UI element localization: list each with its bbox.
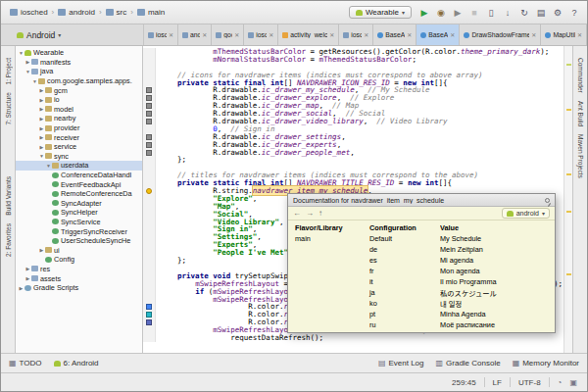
debug-button[interactable]: ◉ bbox=[434, 6, 448, 20]
line-separator-indicator[interactable]: LF bbox=[493, 378, 502, 387]
code-line[interactable]: requestDataRefresh(); bbox=[143, 334, 564, 342]
tree-item-triggersyncreceiver[interactable]: TriggerSyncReceiver bbox=[16, 226, 142, 236]
build-button[interactable]: ▤ bbox=[534, 6, 548, 20]
forward-icon[interactable]: → bbox=[306, 209, 314, 218]
tree-item-ui[interactable]: ▶ui bbox=[16, 245, 142, 255]
editor-tab-android[interactable]: android✕ bbox=[178, 24, 212, 45]
tree-item-userschedulesynche[interactable]: UserScheduleSyncHe bbox=[16, 236, 142, 246]
tool-button-ant-build[interactable]: Ant Build bbox=[577, 101, 584, 126]
chevron-down-icon[interactable]: ▼ bbox=[31, 78, 38, 84]
chevron-right-icon[interactable]: ▶ bbox=[24, 59, 31, 65]
tree-item-userdata[interactable]: ▼userdata bbox=[16, 161, 142, 171]
chevron-down-icon[interactable]: ▼ bbox=[24, 69, 31, 74]
tool-button-7-structure[interactable]: 7: Structure bbox=[5, 92, 12, 125]
editor-tab-drawshadowframelayout-java[interactable]: DrawShadowFrameLayout.java✕ bbox=[460, 24, 541, 45]
breadcrumb-item-src[interactable]: src bbox=[103, 7, 130, 18]
editor-tab-activity-welcome-xml[interactable]: activity_welcome.xml✕ bbox=[278, 24, 339, 45]
stripe-mark[interactable] bbox=[566, 273, 571, 275]
editor-tab-iosched[interactable]: iosched✕ bbox=[244, 24, 278, 45]
chevron-right-icon[interactable]: ▶ bbox=[38, 87, 45, 93]
doc-table-row[interactable]: frMon agenda bbox=[288, 266, 555, 276]
sdk-manager-button[interactable]: ↓ bbox=[501, 6, 514, 20]
tree-item-res[interactable]: ▶res bbox=[16, 265, 142, 274]
tree-item-manifests[interactable]: ▶manifests bbox=[16, 58, 142, 68]
pin-icon[interactable] bbox=[545, 198, 550, 203]
settings-button[interactable]: ⚙ bbox=[551, 6, 564, 20]
gradle-sync-button[interactable]: ↻ bbox=[517, 6, 531, 20]
close-tab-icon[interactable]: ✕ bbox=[234, 31, 239, 38]
error-stripe[interactable] bbox=[564, 46, 572, 353]
code-line[interactable]: }; bbox=[143, 156, 564, 164]
chevron-right-icon[interactable]: ▶ bbox=[38, 125, 45, 131]
run-configuration-select[interactable]: Wearable ▾ bbox=[349, 6, 412, 19]
tree-item-receiver[interactable]: ▶receiver bbox=[16, 132, 142, 142]
close-tab-icon[interactable]: ✕ bbox=[169, 31, 173, 38]
tree-item-com-google-samples-apps[interactable]: ▼com.google.samples.apps. bbox=[16, 76, 142, 86]
tree-item-java[interactable]: ▼java bbox=[16, 67, 142, 76]
editor-tab-maputils-java[interactable]: MapUtils.java✕ bbox=[541, 24, 587, 45]
tree-item-wearable[interactable]: ▼Wearable bbox=[16, 48, 142, 58]
chevron-right-icon[interactable]: ▶ bbox=[24, 275, 31, 281]
code-line[interactable]: mNormalStatusBarColor = mThemedStatusBar… bbox=[143, 56, 564, 64]
stripe-mark[interactable] bbox=[566, 109, 571, 111]
chevron-right-icon[interactable]: ▶ bbox=[18, 285, 24, 291]
edit-source-icon[interactable]: ↑ bbox=[318, 209, 322, 218]
tree-item-synchelper[interactable]: SyncHelper bbox=[16, 208, 142, 218]
stop-button[interactable]: ■ bbox=[467, 6, 481, 20]
tool-window-button-todo[interactable]: ▦TODO bbox=[9, 359, 42, 368]
tool-button-build-variants[interactable]: Build Variants bbox=[5, 176, 12, 216]
run-button[interactable]: ▶ bbox=[417, 6, 431, 20]
chevron-down-icon[interactable]: ▼ bbox=[45, 163, 52, 169]
tool-button-commander[interactable]: Commander bbox=[577, 58, 584, 93]
close-tab-icon[interactable]: ✕ bbox=[269, 31, 273, 38]
tool-window-button-6-android[interactable]: 6: Android bbox=[54, 359, 99, 368]
project-view-selector[interactable]: Android ▾ bbox=[1, 24, 144, 45]
tree-item-syncservice[interactable]: SyncService bbox=[16, 218, 142, 227]
tree-item-service[interactable]: ▶service bbox=[16, 142, 142, 152]
breadcrumb-item-android[interactable]: android bbox=[55, 7, 98, 18]
tree-item-config[interactable]: Config bbox=[16, 255, 142, 265]
tree-item-eventfeedbackapi[interactable]: EventFeedbackApi bbox=[16, 179, 142, 189]
tool-window-button-memory-monitor[interactable]: ▦Memory Monitor bbox=[513, 359, 579, 368]
stripe-mark[interactable] bbox=[566, 173, 571, 175]
stripe-mark[interactable] bbox=[566, 64, 571, 66]
close-tab-icon[interactable]: ✕ bbox=[450, 31, 455, 38]
back-icon[interactable]: ← bbox=[293, 209, 301, 218]
close-tab-icon[interactable]: ✕ bbox=[407, 31, 412, 38]
tree-item-gcm[interactable]: ▶gcm bbox=[16, 85, 142, 95]
chevron-right-icon[interactable]: ▶ bbox=[24, 266, 31, 271]
close-tab-icon[interactable]: ✕ bbox=[577, 31, 582, 38]
breadcrumb-item-main[interactable]: main bbox=[134, 7, 168, 18]
chevron-down-icon[interactable]: ▼ bbox=[38, 153, 45, 159]
help-button[interactable]: ? bbox=[567, 6, 581, 20]
tree-item-sync[interactable]: ▼sync bbox=[16, 152, 142, 162]
tool-window-button-gradle-console[interactable]: ▥Gradle Console bbox=[435, 359, 500, 368]
doc-table-row[interactable]: ruМоё расписание bbox=[288, 319, 555, 330]
editor-tab-google[interactable]: google✕ bbox=[212, 24, 244, 45]
tree-item-nearby[interactable]: ▶nearby bbox=[16, 114, 142, 123]
close-tab-icon[interactable]: ✕ bbox=[531, 31, 536, 38]
tree-item-io[interactable]: ▶io bbox=[16, 95, 142, 105]
stripe-mark[interactable] bbox=[566, 211, 571, 213]
chevron-right-icon[interactable]: ▶ bbox=[38, 106, 45, 112]
doc-table-row[interactable]: mainDefaultMy Schedule bbox=[288, 233, 555, 244]
doc-table-row[interactable]: deMein Zeitplan bbox=[288, 244, 555, 255]
lock-icon[interactable]: ▣ bbox=[569, 378, 577, 387]
chevron-right-icon[interactable]: ▶ bbox=[38, 144, 45, 150]
close-tab-icon[interactable]: ✕ bbox=[364, 31, 368, 38]
tree-item-remoteconferenceda[interactable]: RemoteConferenceDa bbox=[16, 189, 142, 199]
context-module-select[interactable]: android ▾ bbox=[502, 208, 550, 219]
doc-table-row[interactable]: esMi agenda bbox=[288, 255, 555, 266]
doc-table-row[interactable]: ptMinha Agenda bbox=[288, 309, 555, 319]
avd-manager-button[interactable]: ▯ bbox=[484, 6, 498, 20]
doc-table-row[interactable]: ja私のスケジュール bbox=[288, 287, 555, 298]
intention-bulb-icon[interactable] bbox=[146, 188, 152, 194]
editor-tab-baseactivity[interactable]: BaseActivity✕ bbox=[373, 24, 416, 45]
close-tab-icon[interactable]: ✕ bbox=[202, 31, 207, 38]
chevron-down-icon[interactable]: ▼ bbox=[18, 50, 24, 56]
tool-button-maven-projects[interactable]: Maven Projects bbox=[577, 134, 584, 178]
code-line[interactable]: R.drawable.ic_drawer_people_met, bbox=[143, 149, 564, 157]
editor-tab-iosched[interactable]: iosched✕ bbox=[339, 24, 373, 45]
tool-window-button-event-log[interactable]: ▤Event Log bbox=[378, 359, 424, 368]
encoding-indicator[interactable]: UTF-8 bbox=[518, 378, 541, 387]
